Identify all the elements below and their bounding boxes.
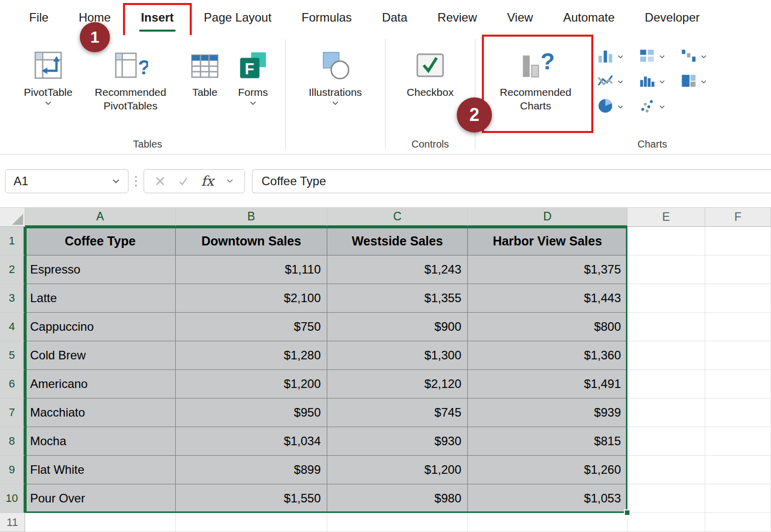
- cell-C10[interactable]: $980: [327, 484, 468, 513]
- cell-B6[interactable]: $1,200: [176, 370, 327, 398]
- cell-A3[interactable]: Latte: [25, 284, 176, 313]
- cell-C2[interactable]: $1,243: [327, 255, 468, 284]
- row-header-5[interactable]: 5: [0, 341, 25, 370]
- column-header-D[interactable]: D: [468, 208, 627, 227]
- cell-A1[interactable]: Coffee Type: [25, 227, 176, 255]
- cell-F9[interactable]: [705, 456, 771, 484]
- cell-D11[interactable]: [468, 513, 627, 532]
- cell-D3[interactable]: $1,443: [468, 284, 627, 313]
- cell-B2[interactable]: $1,110: [176, 255, 327, 284]
- cell-C4[interactable]: $900: [327, 313, 468, 341]
- cell-F4[interactable]: [705, 313, 771, 341]
- cell-D8[interactable]: $815: [468, 427, 627, 456]
- cell-F1[interactable]: [705, 227, 771, 255]
- cell-E7[interactable]: [627, 398, 705, 427]
- tab-developer[interactable]: Developer: [630, 0, 715, 35]
- table-button[interactable]: Table: [182, 40, 228, 101]
- cell-B9[interactable]: $899: [176, 456, 327, 484]
- cell-B11[interactable]: [176, 513, 327, 532]
- cell-D2[interactable]: $1,375: [468, 255, 627, 284]
- tab-automate[interactable]: Automate: [548, 0, 630, 35]
- insert-column-chart-button[interactable]: [597, 47, 623, 64]
- cell-C6[interactable]: $2,120: [327, 370, 468, 398]
- column-header-F[interactable]: F: [705, 208, 771, 227]
- cell-A2[interactable]: Espresso: [25, 255, 176, 284]
- cell-B4[interactable]: $750: [176, 313, 327, 341]
- cell-A5[interactable]: Cold Brew: [25, 341, 176, 370]
- cell-C7[interactable]: $745: [327, 398, 468, 427]
- cell-F10[interactable]: [705, 484, 771, 513]
- cell-B3[interactable]: $2,100: [176, 284, 327, 313]
- formula-bar-input[interactable]: Coffee Type: [252, 169, 771, 193]
- tab-formulas[interactable]: Formulas: [287, 0, 367, 35]
- row-header-3[interactable]: 3: [0, 284, 25, 313]
- cell-B8[interactable]: $1,034: [176, 427, 327, 456]
- row-header-8[interactable]: 8: [0, 427, 25, 456]
- insert-treemap-chart-button[interactable]: [680, 72, 707, 89]
- cell-F8[interactable]: [705, 427, 771, 456]
- tab-page-layout[interactable]: Page Layout: [189, 0, 287, 35]
- column-header-B[interactable]: B: [176, 208, 327, 227]
- tab-review[interactable]: Review: [423, 0, 492, 35]
- cell-E9[interactable]: [627, 456, 705, 484]
- insert-line-chart-button[interactable]: [597, 72, 623, 89]
- insert-function-icon[interactable]: fx: [201, 173, 214, 189]
- cell-F2[interactable]: [705, 255, 771, 284]
- cell-C5[interactable]: $1,300: [327, 341, 468, 370]
- row-header-7[interactable]: 7: [0, 398, 25, 427]
- cell-A4[interactable]: Cappuccino: [25, 313, 176, 341]
- forms-button[interactable]: F Forms: [228, 40, 278, 107]
- name-box[interactable]: A1: [5, 169, 128, 193]
- cell-D9[interactable]: $1,260: [468, 456, 627, 484]
- cell-D4[interactable]: $800: [468, 313, 627, 341]
- row-header-11[interactable]: 11: [0, 513, 25, 532]
- insert-hierarchy-chart-button[interactable]: [638, 47, 665, 64]
- cell-A11[interactable]: [25, 513, 176, 532]
- cell-B7[interactable]: $950: [176, 398, 327, 427]
- select-all-button[interactable]: [0, 208, 25, 227]
- row-header-1[interactable]: 1: [0, 227, 25, 255]
- cell-B10[interactable]: $1,550: [176, 484, 327, 513]
- insert-waterfall-chart-button[interactable]: [680, 47, 707, 64]
- row-header-2[interactable]: 2: [0, 255, 25, 284]
- cell-A8[interactable]: Mocha: [25, 427, 176, 456]
- column-header-A[interactable]: A: [25, 208, 176, 227]
- cell-D1[interactable]: Harbor View Sales: [468, 227, 627, 255]
- enter-icon[interactable]: [178, 177, 189, 186]
- cell-D6[interactable]: $1,491: [468, 370, 627, 398]
- tab-data[interactable]: Data: [367, 0, 423, 35]
- cell-E1[interactable]: [627, 227, 705, 255]
- checkbox-button[interactable]: Checkbox: [393, 40, 468, 101]
- column-header-C[interactable]: C: [327, 208, 468, 227]
- cell-C8[interactable]: $930: [327, 427, 468, 456]
- cell-F11[interactable]: [705, 513, 771, 532]
- row-header-9[interactable]: 9: [0, 456, 25, 484]
- cell-C3[interactable]: $1,355: [327, 284, 468, 313]
- cell-F5[interactable]: [705, 341, 771, 370]
- row-header-6[interactable]: 6: [0, 370, 25, 398]
- tab-insert[interactable]: Insert: [126, 0, 189, 35]
- insert-statistic-chart-button[interactable]: [638, 72, 665, 89]
- cell-C9[interactable]: $1,200: [327, 456, 468, 484]
- cancel-icon[interactable]: [155, 176, 165, 186]
- cell-A6[interactable]: Americano: [25, 370, 176, 398]
- cell-B1[interactable]: Downtown Sales: [176, 227, 327, 255]
- cell-E4[interactable]: [627, 313, 705, 341]
- recommended-charts-button[interactable]: ? Recommended Charts: [482, 40, 589, 115]
- row-header-4[interactable]: 4: [0, 313, 25, 341]
- cell-C11[interactable]: [327, 513, 468, 532]
- cell-E6[interactable]: [627, 370, 705, 398]
- cell-F6[interactable]: [705, 370, 771, 398]
- cell-C1[interactable]: Westside Sales: [327, 227, 468, 255]
- cell-A10[interactable]: Pour Over: [25, 484, 176, 513]
- cell-E5[interactable]: [627, 341, 705, 370]
- cell-D10[interactable]: $1,053: [468, 484, 627, 513]
- cell-E8[interactable]: [627, 427, 705, 456]
- insert-scatter-chart-button[interactable]: [638, 97, 665, 114]
- tab-file[interactable]: File: [14, 0, 64, 35]
- cell-E3[interactable]: [627, 284, 705, 313]
- cell-D5[interactable]: $1,360: [468, 341, 627, 370]
- pivottable-button[interactable]: PivotTable: [17, 40, 79, 107]
- illustrations-button[interactable]: Illustrations: [293, 40, 378, 107]
- row-header-10[interactable]: 10: [0, 484, 25, 513]
